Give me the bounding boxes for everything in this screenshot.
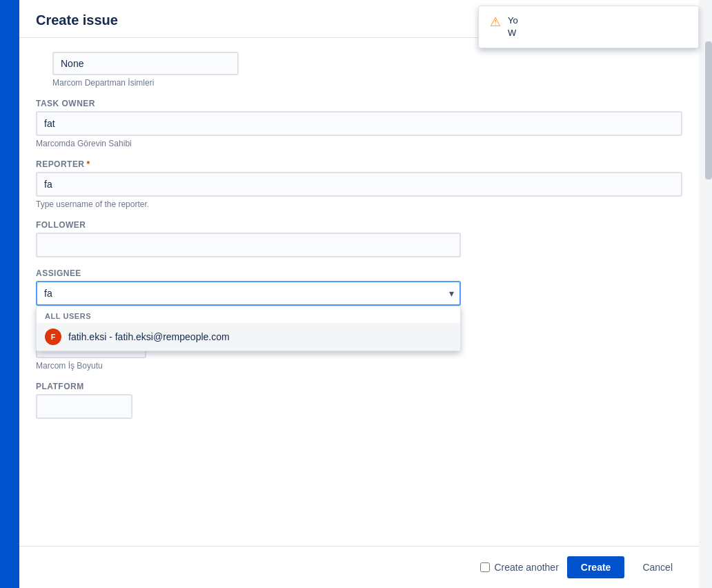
- assignee-input-row: fa ▾: [36, 281, 461, 306]
- left-sidebar: [0, 0, 19, 588]
- follower-label: Follower: [36, 220, 682, 230]
- department-hint: Marcom Departman İsimleri: [52, 78, 666, 88]
- user-avatar: F: [45, 329, 61, 345]
- follower-field: Follower: [36, 220, 682, 257]
- modal-footer: Create another Create Cancel: [19, 546, 699, 588]
- department-input[interactable]: None: [52, 52, 239, 75]
- modal-body: None Marcom Departman İsimleri Task Owne…: [19, 38, 699, 546]
- platform-field: Platform: [36, 382, 682, 419]
- reporter-input[interactable]: fa: [36, 172, 682, 197]
- dropdown-item-text: fatih.eksi - fatih.eksi@rempeople.com: [68, 331, 230, 342]
- assignee-dropdown-item[interactable]: F fatih.eksi - fatih.eksi@rempeople.com: [37, 323, 460, 351]
- toast-text: Yo W: [508, 14, 518, 39]
- assignee-field: Assignee fa ▾ All Users F fatih.eksi: [36, 268, 682, 306]
- warning-icon: ⚠: [490, 14, 501, 30]
- create-another-checkbox[interactable]: [480, 562, 490, 572]
- assignee-wrapper: fa ▾ All Users F fatih.eksi - fatih.eksi…: [36, 281, 461, 306]
- task-owner-field: Task Owner fat Marcomda Görevin Sahibi: [36, 99, 682, 148]
- assignee-input[interactable]: fa: [36, 281, 461, 306]
- assignee-label: Assignee: [36, 268, 682, 278]
- reporter-field: Reporter * fa Type username of the repor…: [36, 159, 682, 209]
- reporter-hint: Type username of the reporter.: [36, 199, 682, 209]
- toast-notification: ⚠ Yo W: [478, 6, 699, 48]
- reporter-label: Reporter *: [36, 159, 682, 169]
- create-issue-modal: Create issue Import issues Configure fie…: [19, 0, 699, 588]
- task-owner-hint: Marcomda Görevin Sahibi: [36, 139, 682, 148]
- create-button[interactable]: Create: [567, 556, 625, 578]
- modal-title: Create issue: [36, 12, 118, 28]
- scrollbar[interactable]: [705, 0, 712, 588]
- scroll-thumb[interactable]: [705, 41, 712, 179]
- modal-header: Create issue Import issues Configure fie…: [19, 0, 699, 38]
- reporter-required-marker: *: [87, 159, 90, 169]
- create-another-checkbox-label[interactable]: Create another: [480, 562, 558, 573]
- issue-size-hint: Marcom İş Boyutu: [36, 361, 682, 371]
- cancel-button[interactable]: Cancel: [633, 556, 682, 578]
- assignee-dropdown-panel: All Users F fatih.eksi - fatih.eksi@remp…: [36, 306, 461, 351]
- task-owner-label: Task Owner: [36, 99, 682, 108]
- follower-input[interactable]: [36, 233, 461, 257]
- create-another-text: Create another: [494, 562, 558, 573]
- platform-input[interactable]: [36, 394, 132, 419]
- task-owner-input[interactable]: fat: [36, 111, 682, 136]
- department-field: None Marcom Departman İsimleri: [36, 43, 682, 88]
- header-buttons: Import issues Configure fields ··· ⚠ Yo …: [500, 10, 682, 30]
- dropdown-section-header: All Users: [37, 306, 460, 323]
- platform-label: Platform: [36, 382, 682, 391]
